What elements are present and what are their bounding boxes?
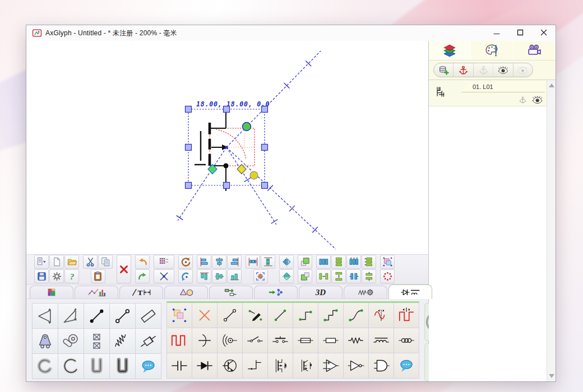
same-height-button[interactable]: [261, 255, 275, 269]
layer-visible-button[interactable]: [493, 63, 513, 77]
anchor-layer-button[interactable]: [454, 63, 473, 77]
close-button[interactable]: [532, 26, 556, 41]
symbol-wire-solid[interactable]: [268, 303, 293, 328]
pivot-handle[interactable]: [250, 171, 258, 179]
selection-handle[interactable]: [262, 183, 268, 189]
symbol-delete-symbol[interactable]: [192, 303, 217, 328]
align-bottom-button[interactable]: [227, 269, 242, 283]
space-h-button[interactable]: [316, 269, 331, 283]
settings-button[interactable]: [49, 269, 64, 283]
symbol-comment-bubble[interactable]: [394, 353, 419, 378]
distribute-v-edges-button[interactable]: [362, 255, 376, 269]
symbol-buzzer[interactable]: [218, 328, 242, 353]
delete-button[interactable]: [117, 255, 131, 283]
new-file-button[interactable]: [49, 255, 64, 269]
snap-converge-button[interactable]: [154, 269, 174, 283]
symbol-wire-curve[interactable]: [344, 303, 368, 328]
layer-visibility-icon[interactable]: [532, 96, 543, 104]
symbol-cam-roller[interactable]: [58, 329, 84, 353]
symbol-arc-open[interactable]: [58, 354, 84, 379]
scroll-down-icon[interactable]: [549, 374, 554, 378]
tab-text-dimension[interactable]: T: [119, 286, 163, 298]
distribute-h-edges-button[interactable]: [346, 255, 361, 269]
symbol-spring[interactable]: [110, 329, 135, 353]
symbol-segment-open[interactable]: [110, 304, 135, 328]
symbol-channel-u-dark[interactable]: [110, 354, 135, 379]
symbol-slanted-rect[interactable]: [136, 304, 161, 328]
symbol-jfet-transistor[interactable]: [243, 353, 267, 378]
tab-flowchart[interactable]: [209, 286, 253, 298]
redo-button[interactable]: [135, 269, 150, 283]
layer-list-scrollbar[interactable]: [547, 80, 556, 381]
undo-button[interactable]: [135, 255, 150, 269]
layer-name-tab[interactable]: 01. L01: [461, 81, 545, 92]
open-folder-button[interactable]: [64, 255, 79, 269]
panel-tab-style[interactable]: [471, 41, 513, 60]
symbol-wire-open[interactable]: [218, 303, 242, 328]
distribute-v-button[interactable]: [331, 255, 346, 269]
space-v-button[interactable]: [331, 269, 346, 283]
scroll-up-icon[interactable]: [549, 83, 554, 87]
tab-shapes[interactable]: [164, 286, 208, 298]
center-page-button[interactable]: [253, 269, 268, 283]
rotation-handle[interactable]: [243, 123, 251, 131]
selection-handle[interactable]: [186, 144, 192, 151]
symbol-wire-step[interactable]: [293, 303, 318, 328]
align-top-button[interactable]: [197, 269, 211, 283]
distribute-h-button[interactable]: [316, 255, 331, 269]
titlebar[interactable]: AxGlyph - Untitled - * 未注册 - 200% - 毫米: [26, 25, 556, 41]
symbol-bjt-transistor[interactable]: [218, 353, 242, 378]
symbol-diode[interactable]: [192, 353, 217, 378]
align-left-button[interactable]: [197, 255, 211, 269]
tab-mechanical[interactable]: [344, 286, 387, 298]
symbol-wire-hop[interactable]: [192, 328, 217, 353]
tab-circuit[interactable]: [388, 284, 432, 299]
symbol-op-amp[interactable]: [318, 353, 343, 378]
symbol-switch[interactable]: [243, 328, 267, 353]
panel-tab-layers[interactable]: [429, 41, 471, 60]
symbol-igbt-module[interactable]: [293, 353, 318, 378]
symbol-arc-thick[interactable]: [33, 354, 58, 379]
selection-handle[interactable]: [224, 183, 230, 189]
symbol-capacitor[interactable]: [167, 353, 192, 378]
point-grid-button[interactable]: [154, 255, 174, 269]
panel-tab-animation[interactable]: [513, 41, 556, 60]
symbol-push-button[interactable]: [268, 328, 293, 353]
align-center-button[interactable]: [212, 255, 226, 269]
symbol-wire-pencil[interactable]: [243, 303, 267, 328]
paste-button[interactable]: [91, 269, 105, 283]
symbol-pulse-probe[interactable]: [394, 303, 419, 328]
cut-button[interactable]: [83, 255, 98, 269]
symbol-arrow-pair[interactable]: [33, 304, 58, 328]
symbol-segment-solid[interactable]: [84, 304, 109, 328]
copy-button[interactable]: [98, 255, 113, 269]
align-right-button[interactable]: [227, 255, 242, 269]
group-objects-button[interactable]: [380, 255, 395, 269]
flip-horizontal-button[interactable]: [279, 255, 294, 269]
rotate-free-button[interactable]: [178, 269, 193, 283]
symbol-inductor-core[interactable]: [369, 328, 394, 353]
symbol-mount-trolley[interactable]: [33, 329, 58, 353]
rotate-button[interactable]: [178, 255, 193, 269]
symbol-wire-zigzag[interactable]: [318, 303, 343, 328]
tab-three-d[interactable]: 3D: [299, 286, 343, 298]
flip-vertical-button[interactable]: [279, 269, 294, 283]
symbol-resistor-box[interactable]: [318, 328, 343, 353]
save-button[interactable]: [34, 269, 49, 283]
selection-handle[interactable]: [186, 183, 192, 189]
selection-handle[interactable]: [186, 106, 192, 113]
polar-array-button[interactable]: [380, 269, 395, 283]
drawing-canvas[interactable]: 18.00, 18.00, 0.0: [26, 41, 428, 254]
symbol-comment-bubble[interactable]: [136, 354, 161, 379]
symbol-mosfet-module[interactable]: [268, 353, 293, 378]
space-h-edges-button[interactable]: [346, 269, 361, 283]
symbol-not-gate[interactable]: [344, 353, 368, 378]
symbol-resistor-zigzag[interactable]: [344, 328, 368, 353]
layer-anchor-icon[interactable]: [519, 96, 527, 104]
symbol-channel-u[interactable]: [84, 354, 109, 379]
selection-handle[interactable]: [262, 144, 268, 151]
symbol-damper[interactable]: [136, 329, 161, 353]
symbol-box-crosses[interactable]: [84, 329, 109, 353]
maximize-button[interactable]: [508, 26, 532, 41]
add-layer-button[interactable]: [434, 63, 454, 77]
